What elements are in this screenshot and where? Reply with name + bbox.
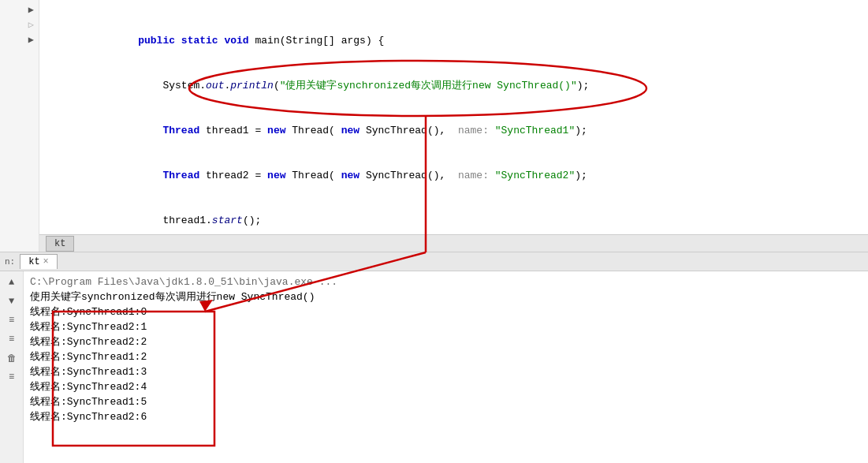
code-text: SyncThread(), — [359, 170, 458, 181]
sidebar-action-2[interactable]: ≡ — [4, 331, 20, 347]
string-literal: "使用关键字synchronized每次调用进行new SyncThread()… — [280, 80, 577, 91]
param-hint: name: — [458, 170, 489, 181]
code-method: start — [212, 215, 243, 226]
run-content: ▲ ▼ ≡ ≡ 🗑 ≡ C:\Program Files\Java\jdk1.8… — [0, 271, 868, 463]
keyword: new — [267, 125, 285, 136]
string-literal: "SyncThread2" — [495, 170, 575, 181]
line-gutter: ▶ ▷ ▶ — [0, 0, 39, 252]
keyword: new — [341, 125, 359, 136]
code-line — [52, 3, 868, 18]
output-line-path: C:\Program Files\Java\jdk1.8.0_51\bin\ja… — [30, 274, 862, 289]
keyword: new — [267, 170, 285, 181]
gutter-arrow-main: ▶ — [28, 3, 34, 18]
scroll-down-button[interactable]: ▼ — [4, 293, 20, 309]
code-text: Thread( — [285, 125, 341, 136]
code-text: thread2 = — [199, 170, 267, 181]
code-text: (); — [243, 215, 261, 226]
output-line-2: 线程名:SyncThread2:1 — [30, 319, 862, 334]
keyword: public — [138, 35, 175, 47]
code-line: Thread thread1 = new Thread( new SyncThr… — [52, 108, 868, 153]
run-tab-label: kt — [28, 256, 39, 267]
code-text: SyncThread(), — [359, 125, 458, 136]
run-sidebar: ▲ ▼ ≡ ≡ 🗑 ≡ — [0, 271, 24, 463]
main-container: ▶ ▷ ▶ public static void main(String[] — [0, 0, 868, 463]
sidebar-action-1[interactable]: ≡ — [4, 312, 20, 328]
run-label: n: — [0, 257, 20, 267]
output-line-4: 线程名:SyncThread1:2 — [30, 349, 862, 364]
code-text: thread1 = — [199, 125, 267, 136]
output-line-3: 线程名:SyncThread2:2 — [30, 334, 862, 349]
gutter-arrow-close: ▷ — [28, 18, 34, 33]
string-literal: "SyncThread1" — [495, 125, 575, 136]
type-keyword: Thread — [162, 170, 199, 181]
run-tab-kt[interactable]: kt × — [20, 254, 58, 269]
output-line-1: 线程名:SyncThread1:0 — [30, 304, 862, 319]
code-text — [489, 125, 495, 136]
keyword: new — [341, 170, 359, 181]
code-editor: public static void main(String[] args) {… — [39, 0, 868, 252]
code-text: ); — [575, 170, 587, 181]
code-text: ( — [274, 80, 280, 91]
code-text: ); — [577, 80, 590, 91]
editor-tab-label[interactable]: kt — [46, 236, 74, 252]
editor-area: ▶ ▷ ▶ public static void main(String[] — [0, 0, 868, 252]
code-text: ); — [575, 125, 587, 136]
code-line: System.out.println("使用关键字synchronized每次调… — [52, 63, 868, 108]
param-hint: name: — [458, 125, 489, 136]
output-line-6: 线程名:SyncThread2:4 — [30, 379, 862, 394]
gutter-arrow-class: ▶ — [28, 33, 34, 48]
type-keyword: Thread — [162, 125, 199, 136]
code-text: thread1. — [162, 215, 211, 226]
run-panel: n: kt × ▲ ▼ ≡ ≡ 🗑 ≡ C:\Program Files\Jav… — [0, 252, 868, 463]
clear-button[interactable]: 🗑 — [4, 350, 20, 366]
output-area: C:\Program Files\Java\jdk1.8.0_51\bin\ja… — [24, 271, 868, 463]
code-line: public static void main(String[] args) { — [52, 18, 868, 63]
output-line-8: 线程名:SyncThread2:6 — [30, 409, 862, 424]
run-tab-close[interactable]: × — [43, 256, 49, 267]
keyword: static — [181, 35, 218, 47]
code-method: println — [230, 80, 274, 91]
code-method: out — [206, 80, 224, 91]
output-line-msg: 使用关键字synchronized每次调用进行new SyncThread() — [30, 289, 862, 304]
sidebar-action-3[interactable]: ≡ — [4, 369, 20, 385]
editor-tab-bar: kt — [39, 234, 868, 252]
output-line-5: 线程名:SyncThread1:3 — [30, 364, 862, 379]
code-line: Thread thread2 = new Thread( new SyncThr… — [52, 153, 868, 198]
code-text: System. — [162, 80, 206, 91]
code-text: Thread( — [285, 170, 341, 181]
keyword: void — [224, 35, 248, 47]
output-line-7: 线程名:SyncThread1:5 — [30, 394, 862, 409]
code-text — [489, 170, 495, 181]
code-text: main(String[] args) { — [255, 35, 385, 47]
scroll-up-button[interactable]: ▲ — [4, 274, 20, 290]
